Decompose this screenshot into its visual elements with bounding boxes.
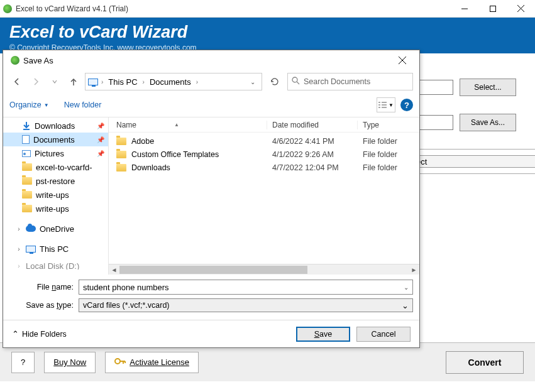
explorer: Downloads 📌 Documents 📌 Pictures 📌 excel… <box>3 117 419 275</box>
chevron-right-icon[interactable]: › <box>99 79 105 85</box>
sidebar-item-folder[interactable]: write-ups <box>3 202 108 215</box>
form-area: File name: student phone numbers ⌄ Save … <box>3 275 419 320</box>
sidebar-item-onedrive[interactable]: › OneDrive <box>3 222 108 236</box>
sidebar-item-downloads[interactable]: Downloads 📌 <box>3 119 108 133</box>
search-placeholder: Search Documents <box>304 77 370 86</box>
save-as-dialog: Save As › This PC › Documents › ⌄ <box>3 50 420 348</box>
breadcrumb-dropdown[interactable]: ⌄ <box>246 79 259 85</box>
new-folder-button[interactable]: New folder <box>64 101 102 109</box>
expand-icon[interactable]: › <box>16 263 22 270</box>
toolbar: Organize ▼ New folder ▼ ? <box>3 93 419 117</box>
dialog-footer: ⌃ Hide Folders Save Cancel <box>3 320 419 347</box>
bottom-bar: ? Buy Now Activate License Convert <box>0 342 535 381</box>
nav-up-button[interactable] <box>66 74 81 89</box>
chevron-right-icon[interactable]: › <box>194 79 200 85</box>
hide-folders-toggle[interactable]: ⌃ Hide Folders <box>12 329 67 339</box>
breadcrumb-thispc[interactable]: This PC <box>106 76 139 88</box>
buy-now-button[interactable]: Buy Now <box>44 352 96 373</box>
nav-recent-button[interactable] <box>47 74 62 89</box>
select-button[interactable]: Select... <box>460 79 516 96</box>
sidebar-item-localdisk[interactable]: › Local Disk (D:) <box>3 262 108 270</box>
scroll-thumb[interactable] <box>119 264 409 275</box>
filename-value: student phone numbers <box>83 283 169 292</box>
refresh-button[interactable] <box>266 73 284 90</box>
sidebar-item-pictures[interactable]: Pictures 📌 <box>3 146 108 160</box>
dropdown-arrow-icon[interactable]: ⌄ <box>402 301 409 310</box>
filename-label: File name: <box>9 283 79 291</box>
banner-heading: Excel to vCard Wizard <box>9 23 526 42</box>
file-date: 4/1/2022 9:26 AM <box>267 150 358 159</box>
search-input[interactable]: Search Documents <box>287 73 413 90</box>
breadcrumb[interactable]: › This PC › Documents › ⌄ <box>85 73 262 90</box>
breadcrumb-documents[interactable]: Documents <box>148 76 193 88</box>
cancel-button[interactable]: Cancel <box>356 327 411 342</box>
sidebar-label: Downloads <box>35 121 75 131</box>
dialog-close-button[interactable] <box>393 51 412 70</box>
file-list: Adobe 4/6/2022 4:41 PM File folder Custo… <box>109 133 419 264</box>
dialog-app-icon <box>11 56 19 65</box>
maximize-button[interactable] <box>478 0 507 18</box>
file-type: File folder <box>358 137 419 146</box>
file-type: File folder <box>358 150 419 159</box>
sidebar-label: write-ups <box>36 204 69 214</box>
organize-menu[interactable]: Organize ▼ <box>9 101 49 109</box>
pin-icon: 📌 <box>97 136 104 143</box>
pc-icon <box>26 246 36 253</box>
nav-row: › This PC › Documents › ⌄ Search Documen… <box>3 70 419 93</box>
activate-license-button[interactable]: Activate License <box>105 352 199 373</box>
field-box: elect <box>402 149 535 174</box>
column-headers: Name ▲ Date modified Type <box>109 117 419 133</box>
expand-icon[interactable]: › <box>16 226 22 232</box>
dropdown-arrow-icon[interactable]: ⌄ <box>404 284 409 291</box>
close-button[interactable] <box>507 0 535 18</box>
horizontal-scrollbar[interactable]: ◄ ► <box>109 264 419 275</box>
file-row[interactable]: Adobe 4/6/2022 4:41 PM File folder <box>109 134 419 148</box>
sidebar-item-folder[interactable]: excel-to-vcarfd- <box>3 160 108 174</box>
chevron-up-icon: ⌃ <box>12 329 19 339</box>
expand-icon[interactable]: › <box>16 246 22 253</box>
sidebar-label: Local Disk (D:) <box>26 262 79 270</box>
help-button[interactable]: ? <box>11 352 35 373</box>
column-date[interactable]: Date modified <box>267 121 358 129</box>
sidebar-label: pst-restore <box>36 177 75 186</box>
sidebar-label: This PC <box>40 244 69 254</box>
sort-asc-icon: ▲ <box>174 122 179 128</box>
sidebar-item-folder[interactable]: write-ups <box>3 188 108 202</box>
sidebar-item-folder[interactable]: pst-restore <box>3 174 108 188</box>
savetype-select[interactable]: vCard files (*.vcf;*.vcard) ⌄ <box>79 298 413 312</box>
save-button[interactable]: Save <box>296 327 350 342</box>
savetype-label: Save as type: <box>9 301 79 310</box>
window-title: Excel to vCard Wizard v4.1 (Trial) <box>16 4 450 13</box>
view-mode-button[interactable]: ▼ <box>377 97 395 112</box>
minimize-button[interactable] <box>450 0 478 18</box>
saveas-button[interactable]: Save As... <box>460 114 516 131</box>
folder-icon <box>116 164 126 172</box>
folder-icon <box>22 205 32 212</box>
sidebar-item-thispc[interactable]: › This PC <box>3 242 108 256</box>
pin-icon: 📌 <box>97 122 104 129</box>
folder-icon <box>22 177 32 185</box>
svg-point-11 <box>292 77 297 82</box>
sidebar-label: Pictures <box>35 149 64 158</box>
folder-icon <box>22 163 32 171</box>
file-row[interactable]: Custom Office Templates 4/1/2022 9:26 AM… <box>109 148 419 161</box>
folder-icon <box>116 138 126 145</box>
folder-icon <box>116 151 126 158</box>
file-type: File folder <box>358 163 419 172</box>
file-row[interactable]: Downloads 4/7/2022 12:04 PM File folder <box>109 161 419 174</box>
column-type[interactable]: Type <box>358 121 419 129</box>
dialog-title: Save As <box>23 56 393 65</box>
filename-input[interactable]: student phone numbers ⌄ <box>79 280 413 295</box>
scroll-right-button[interactable]: ► <box>409 264 419 275</box>
convert-button[interactable]: Convert <box>446 351 524 374</box>
window-controls <box>450 0 535 18</box>
nav-forward-button[interactable] <box>28 74 43 89</box>
nav-back-button[interactable] <box>9 74 25 89</box>
sidebar-item-documents[interactable]: Documents 📌 <box>3 133 108 146</box>
chevron-right-icon[interactable]: › <box>141 79 146 85</box>
svg-rect-1 <box>490 6 495 11</box>
pictures-icon <box>22 150 31 157</box>
scroll-left-button[interactable]: ◄ <box>109 264 119 275</box>
column-name[interactable]: Name ▲ <box>109 121 267 129</box>
help-icon[interactable]: ? <box>400 99 413 111</box>
